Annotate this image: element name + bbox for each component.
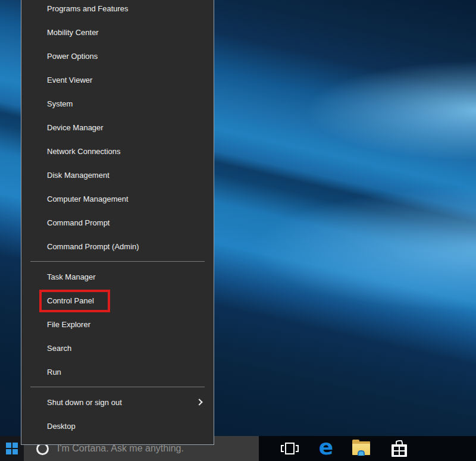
task-view-icon — [281, 442, 299, 455]
menu-item-system[interactable]: System — [21, 92, 214, 115]
menu-item-label: System — [47, 99, 73, 108]
submenu-arrow-icon — [196, 399, 202, 405]
menu-item-run[interactable]: Run — [21, 360, 214, 384]
menu-item-shut-down-or-sign-out[interactable]: Shut down or sign out — [21, 390, 214, 414]
menu-item-label: Command Prompt — [47, 218, 109, 227]
menu-item-label: File Explorer — [47, 320, 90, 329]
windows-logo-icon — [6, 443, 18, 454]
menu-item-label: Mobility Center — [47, 28, 99, 37]
menu-item-search[interactable]: Search — [21, 336, 214, 360]
menu-separator — [21, 384, 214, 390]
menu-item-event-viewer[interactable]: Event Viewer — [21, 68, 214, 92]
menu-item-control-panel[interactable]: Control Panel — [21, 288, 214, 312]
menu-item-desktop[interactable]: Desktop — [21, 414, 214, 438]
menu-item-command-prompt-admin[interactable]: Command Prompt (Admin) — [21, 234, 214, 258]
menu-separator — [21, 258, 214, 265]
menu-item-disk-management[interactable]: Disk Management — [21, 163, 214, 187]
menu-item-programs-and-features[interactable]: Programs and Features — [21, 0, 214, 20]
start-button[interactable] — [0, 436, 24, 461]
menu-item-power-options[interactable]: Power Options — [21, 44, 214, 68]
store-icon — [392, 440, 407, 457]
edge-icon: e — [319, 437, 333, 458]
menu-item-label: Search — [47, 344, 71, 353]
menu-item-label: Command Prompt (Admin) — [47, 242, 139, 251]
menu-item-task-manager[interactable]: Task Manager — [21, 265, 214, 288]
menu-item-label: Event Viewer — [47, 76, 92, 84]
menu-item-label: Programs and Features — [47, 4, 129, 13]
menu-item-mobility-center[interactable]: Mobility Center — [21, 20, 214, 44]
menu-item-label: Control Panel — [47, 296, 94, 305]
menu-item-label: Power Options — [47, 52, 98, 61]
edge-browser-button[interactable]: e — [315, 436, 337, 461]
file-explorer-icon — [352, 441, 370, 456]
menu-item-computer-management[interactable]: Computer Management — [21, 187, 214, 211]
task-view-button[interactable] — [279, 436, 300, 461]
file-explorer-button[interactable] — [350, 436, 372, 461]
menu-item-label: Network Connections — [47, 147, 121, 156]
menu-item-label: Computer Management — [47, 195, 129, 203]
menu-item-file-explorer[interactable]: File Explorer — [21, 312, 214, 336]
menu-item-label: Desktop — [47, 422, 76, 431]
menu-item-label: Disk Management — [47, 171, 109, 180]
menu-item-device-manager[interactable]: Device Manager — [21, 115, 214, 139]
menu-item-label: Device Manager — [47, 123, 104, 132]
menu-item-label: Run — [47, 368, 61, 377]
menu-item-label: Task Manager — [47, 272, 96, 281]
winx-power-user-menu: Programs and FeaturesMobility CenterPowe… — [21, 0, 214, 445]
menu-item-network-connections[interactable]: Network Connections — [21, 139, 214, 163]
menu-item-command-prompt[interactable]: Command Prompt — [21, 211, 214, 234]
menu-item-label: Shut down or sign out — [47, 398, 122, 407]
store-button[interactable] — [389, 436, 410, 461]
